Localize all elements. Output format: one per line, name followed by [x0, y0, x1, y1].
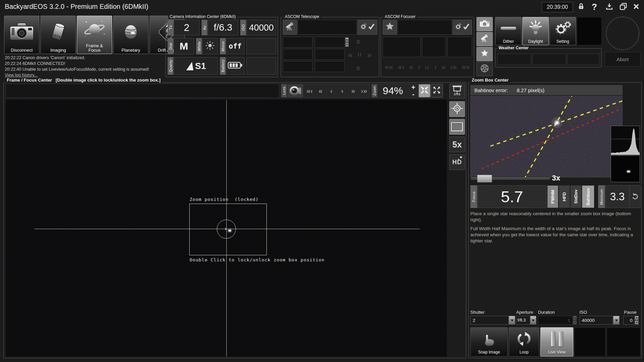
lens-focus-near2-button[interactable]: « [315, 84, 326, 97]
hd-mode-button[interactable]: HD [449, 154, 465, 170]
pointing-hand-icon [481, 328, 498, 350]
minimum-reset-button[interactable] [630, 185, 641, 208]
slew-east-button[interactable]: » [366, 50, 373, 61]
nav-planetary-button[interactable]: Planetary [113, 16, 149, 54]
fit-to-window-button[interactable] [419, 84, 430, 97]
loop-button[interactable]: Loop [509, 327, 539, 357]
duration-spinner[interactable] [573, 316, 577, 325]
focuser-move-out2-button[interactable]: » [441, 63, 446, 72]
full-size-button[interactable] [431, 84, 442, 97]
telescope-connect-button[interactable] [283, 20, 297, 35]
close-button[interactable]: × [630, 1, 642, 12]
focuser-move-in4-button[interactable]: «« [385, 63, 393, 72]
duration-field: 1 [538, 316, 573, 325]
focuser-move-out4-button[interactable]: »» [462, 63, 470, 72]
nav-frame-focus-button[interactable]: Frame & Focus [77, 16, 112, 54]
shutter-dropdown-arrow[interactable] [509, 316, 515, 325]
focuser-connect-button[interactable] [383, 20, 397, 35]
backyardeos-window: BackyardEOS 3.2.0 - Premium Edition (6DM… [0, 0, 644, 362]
battery-icon [228, 61, 243, 71]
mirror-label: Mirror [220, 38, 226, 54]
instructions-paragraph-2: Full Width Half Maximum is the width of … [470, 226, 640, 244]
telescope-driver-field[interactable] [298, 20, 357, 35]
zoom-in-button[interactable]: + [409, 84, 417, 91]
telescope-icon [480, 34, 489, 45]
focuser-confirm-check-icon[interactable] [463, 23, 470, 32]
daylight-button[interactable]: Daylight [522, 17, 549, 45]
log-line: 20:22:24 6DMkII CONNECTED! [5, 61, 65, 66]
window-title: BackyardEOS 3.2.0 - Premium Edition (6DM… [5, 3, 148, 11]
view-log-history-link[interactable]: View log history... [5, 73, 38, 77]
fullscreen-projector-button[interactable] [449, 84, 465, 99]
lens-focus-near3-button[interactable]: «‹ [304, 84, 315, 97]
pause-label: Pause [624, 310, 637, 315]
iso-select[interactable]: 40000 [579, 316, 613, 325]
metric-tab-stddev[interactable]: StdDev [570, 185, 581, 208]
metric-tab-fwhm[interactable]: FWHM [547, 185, 558, 208]
telescope-confirm-check-icon[interactable] [368, 23, 375, 32]
focuser-move-in1-button[interactable]: ‹ [418, 63, 420, 72]
zoom-out-button[interactable]: - [409, 91, 417, 98]
magnification-slider-handle[interactable] [477, 175, 492, 183]
tab-camera-panel[interactable] [476, 17, 493, 31]
shutter-select[interactable]: 2 [470, 316, 509, 325]
white-balance-label: White [196, 38, 202, 54]
minimize-download-button[interactable] [603, 2, 616, 12]
tab-filterwheel-panel[interactable] [476, 62, 493, 76]
tv-value: 2 [174, 20, 199, 35]
slew-west-button[interactable]: « [347, 50, 354, 61]
slew-stop-button[interactable]: II [355, 50, 364, 61]
snap-image-button[interactable]: Snap Image [470, 327, 508, 357]
aperture-select[interactable]: f/6.3 [516, 316, 530, 325]
focuser-move-in2-button[interactable]: « [409, 63, 413, 72]
nav-imaging-button[interactable]: Imaging [40, 16, 76, 54]
crosshair-toggle-button[interactable] [449, 101, 465, 117]
setting-button[interactable]: Setting [550, 17, 576, 45]
liveview-image-area[interactable]: Zoom position (locked) + Double Click to… [5, 99, 447, 357]
lens-focus-far2-button[interactable]: » [348, 84, 358, 97]
focuser-move-out3-button[interactable]: ›» [450, 63, 457, 72]
lens-focus-far1-button[interactable]: › [337, 84, 347, 97]
lens-focus-near1-button[interactable]: ‹ [326, 84, 336, 97]
lens-focus-far3-button[interactable]: ›» [359, 84, 369, 97]
jupiter-planet-icon [114, 16, 148, 48]
dial-value: M [174, 38, 194, 54]
focuser-stop-button[interactable]: II [425, 65, 429, 70]
lens-icon[interactable] [288, 84, 303, 97]
abort-button[interactable]: Abort [605, 52, 641, 67]
status-message-field [5, 84, 279, 98]
lock-button[interactable] [575, 2, 587, 12]
magnification-value: 3x [552, 174, 560, 183]
zoom-toolbar-label: Zoom [372, 84, 377, 97]
duration-label: Duration [538, 310, 555, 315]
telescope-gear-icon[interactable] [360, 23, 367, 31]
slew-north-button[interactable]: « [353, 34, 365, 50]
telescope-rate-spinner[interactable] [345, 37, 349, 47]
metric-tab-hfd[interactable]: HFD [559, 185, 570, 208]
sparkle-icon [460, 156, 462, 158]
focuser-driver-field[interactable] [398, 20, 452, 35]
pause-field[interactable]: 0 [623, 316, 634, 325]
liveview-5x-button[interactable]: 5x [449, 137, 465, 152]
metric-tab-bahtinov[interactable]: Bahtinov [582, 185, 594, 208]
tab-focuser-panel[interactable] [476, 47, 493, 61]
focuser-gear-icon[interactable] [455, 23, 462, 31]
help-button[interactable]: ? [588, 1, 601, 12]
slew-south-button[interactable]: » [353, 60, 365, 76]
lock-icon [577, 2, 585, 12]
weather-center-title: Weather Center [497, 46, 530, 50]
focuser-move-in3-button[interactable]: «‹ [398, 63, 404, 72]
nav-disconnect-button[interactable]: Disconnect [4, 16, 39, 54]
tab-telescope-panel[interactable] [476, 32, 493, 46]
focuser-move-out1-button[interactable]: › [434, 63, 437, 72]
restore-window-button[interactable] [617, 2, 629, 12]
live-view-button[interactable]: Live View [540, 327, 573, 357]
dither-button[interactable]: Dither [495, 17, 522, 45]
aperture-dropdown-arrow[interactable] [530, 316, 536, 325]
histogram-thumbnail [611, 126, 640, 155]
iso-value: 40000 [246, 20, 276, 35]
focuser-field [422, 37, 446, 57]
iso-dropdown-arrow[interactable] [613, 316, 620, 325]
pause-spinner[interactable] [635, 316, 639, 325]
zoom-box-toggle-button[interactable] [449, 119, 465, 135]
